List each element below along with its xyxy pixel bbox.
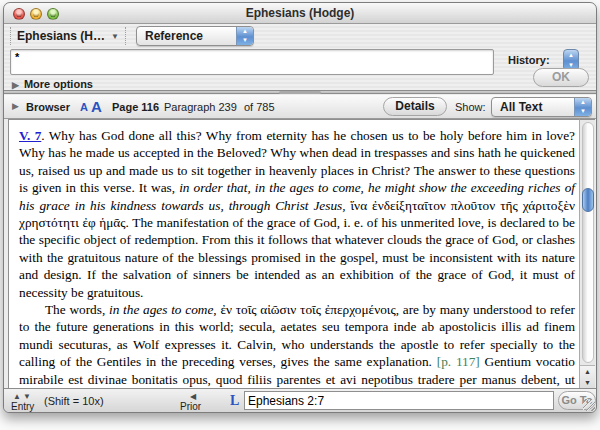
browser-label: Browser xyxy=(26,101,70,113)
search-input-value: * xyxy=(15,51,19,63)
text-paragraph: The words, in the ages to come, ἐν τοῖς … xyxy=(19,301,575,388)
verse-reference-link[interactable]: V. 7 xyxy=(19,128,41,143)
search-input[interactable]: * xyxy=(10,49,494,75)
paragraph-total: of 785 xyxy=(244,101,275,113)
scrollbar-track[interactable] xyxy=(582,122,594,363)
splitter-handle[interactable] xyxy=(279,91,321,94)
stepper-up-icon: ▲ xyxy=(568,52,574,58)
text-span: in the ages to come xyxy=(109,302,213,317)
vertical-scrollbar[interactable]: ▲ ▼ xyxy=(579,119,595,389)
popup-stepper-icon: ▲▼ xyxy=(236,27,253,45)
disclosure-triangle-icon: ▶ xyxy=(12,80,19,90)
search-mode-value: Reference xyxy=(145,29,203,43)
scroll-down-icon[interactable]: ▼ xyxy=(584,379,591,386)
entry-up-icon[interactable]: ▲ xyxy=(13,392,23,401)
paragraph-indicator: Paragraph 239 xyxy=(164,101,237,113)
page-indicator: Page 116 xyxy=(112,101,159,113)
scrollbar-thumb[interactable] xyxy=(582,188,594,212)
browser-disclosure-icon[interactable]: ▶ xyxy=(12,101,19,111)
show-popup-value: All Text xyxy=(500,100,542,114)
more-options-disclosure[interactable]: ▶More options xyxy=(12,78,93,90)
popup-stepper-icon: ▲▼ xyxy=(574,98,591,116)
module-selector-button[interactable]: Ephesians (H…▼ xyxy=(10,27,126,45)
window-title: Ephesians (Hodge) xyxy=(4,6,596,20)
title-bar[interactable]: Ephesians (Hodge) xyxy=(4,3,596,24)
goto-verse-input[interactable] xyxy=(244,391,554,410)
increase-font-button[interactable]: A xyxy=(91,98,102,115)
dropdown-arrow-icon: ▼ xyxy=(111,32,119,41)
app-window: Ephesians (Hodge) Ephesians (H…▼ Referen… xyxy=(3,2,597,413)
scrollbar-arrows[interactable]: ▲ ▼ xyxy=(580,365,595,389)
lookup-icon: L xyxy=(230,393,239,409)
details-button[interactable]: Details xyxy=(383,97,447,116)
prior-arrow-icon[interactable]: ◀ xyxy=(190,392,196,401)
resize-grip-icon[interactable] xyxy=(583,399,595,411)
text-span: ἐν τοῖς αἰῶσιν τοῖς ἐπερχομένοις xyxy=(220,302,395,317)
module-selector-label: Ephesians (H… xyxy=(17,29,105,43)
history-label: History: xyxy=(508,54,550,66)
scroll-up-icon[interactable]: ▲ xyxy=(584,368,591,375)
show-popup[interactable]: All Text ▲▼ xyxy=(491,97,592,117)
decrease-font-button[interactable]: A xyxy=(80,101,88,113)
text-span: [p. 117] xyxy=(437,354,480,369)
show-label: Show: xyxy=(455,101,486,113)
search-area: * History: ▲ ▼ OK ▶More options xyxy=(4,48,596,90)
entry-down-icon[interactable]: ▼ xyxy=(23,392,33,401)
entry-step-buttons[interactable]: ▲▼ xyxy=(13,392,33,401)
text-span: The words, xyxy=(45,302,109,317)
text-paragraph: V. 7. Why has God done all this? Why fro… xyxy=(19,127,575,301)
pane-splitter[interactable] xyxy=(4,90,596,94)
commentary-text-pane[interactable]: V. 7. Why has God done all this? Why fro… xyxy=(8,119,582,389)
commentary-text: V. 7. Why has God done all this? Why fro… xyxy=(9,120,582,388)
prior-label: Prior xyxy=(180,401,201,412)
search-mode-popup[interactable]: Reference ▲▼ xyxy=(136,26,254,46)
browser-bar: ▶ Browser A A Page 116 Paragraph 239 of … xyxy=(4,95,596,119)
ok-button[interactable]: OK xyxy=(533,68,589,87)
navigation-bar: ▲▼ Entry (Shift = 10x) ◀ Prior L Go To xyxy=(4,388,596,412)
more-options-label: More options xyxy=(24,78,93,90)
toolbar: Ephesians (H…▼ Reference ▲▼ xyxy=(4,24,596,48)
entry-label: Entry xyxy=(11,401,34,412)
shift-hint: (Shift = 10x) xyxy=(44,395,104,407)
